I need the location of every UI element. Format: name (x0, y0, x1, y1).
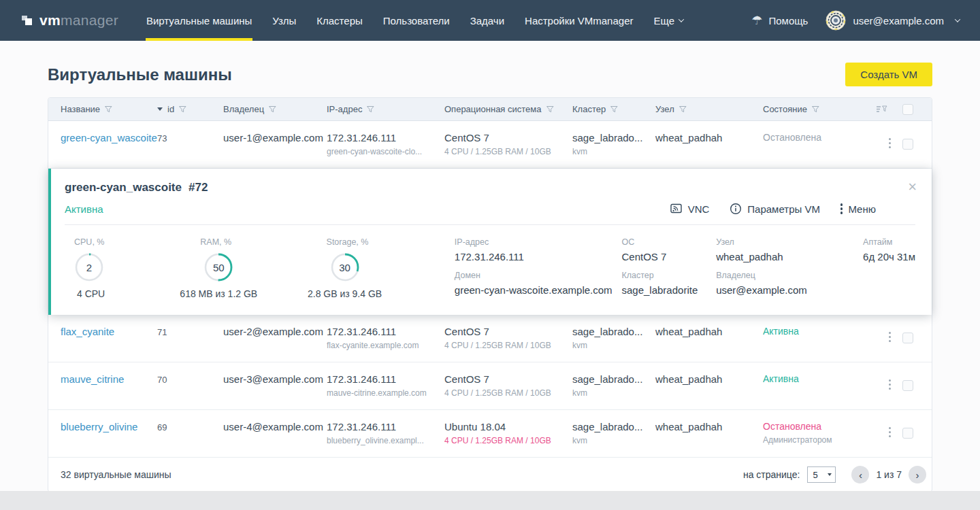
nav-virtual-machines[interactable]: Виртуальные машины (136, 0, 262, 41)
per-page-select[interactable]: 5 (807, 466, 836, 483)
vm-row-green-cyan-wascoite-73[interactable]: green-cyan_wascoite... 73 user-1@example… (48, 121, 932, 169)
column-header-owner[interactable]: Владелец (223, 104, 327, 114)
vmmanager-logo-icon (22, 15, 33, 26)
vnc-button[interactable]: VNC (670, 203, 710, 215)
nav-nodes[interactable]: Узлы (262, 0, 306, 41)
expanded-vm-number: #72 (189, 181, 208, 194)
page-indicator: 1 из 7 (876, 469, 902, 480)
nav-more-label: Еще (653, 15, 674, 27)
filter-funnel-icon[interactable] (679, 106, 687, 113)
info-icon (730, 203, 742, 215)
detail-uptime: Аптайм6д 20ч 31м (863, 237, 915, 304)
vm-cluster: sage_labrado... (572, 326, 655, 337)
vm-os: CentOS 7 (444, 132, 572, 143)
column-header-node[interactable]: Узел (655, 104, 763, 114)
filter-funnel-icon[interactable] (610, 106, 618, 113)
vm-specs: 4 CPU / 1.25GB RAM / 10GB (444, 341, 572, 350)
vm-parameters-button[interactable]: Параметры VM (730, 203, 820, 215)
nav-clusters[interactable]: Кластеры (306, 0, 373, 41)
vm-domain: mauve-citrine.example.com (327, 388, 444, 398)
nav-users[interactable]: Пользователи (373, 0, 460, 41)
row-menu-button[interactable] (877, 362, 902, 390)
cpu-gauge: CPU, % 2 4 CPU (65, 237, 191, 304)
ram-gauge: RAM, % 50 618 MB из 1.2 GB (191, 237, 316, 304)
vm-cluster-type: kvm (572, 436, 655, 445)
close-icon[interactable]: × (908, 180, 917, 194)
vm-menu-button[interactable]: Меню (840, 203, 876, 215)
topbar-right: ☂ Помощь user@example.com (751, 0, 980, 41)
vm-cluster: sage_labrado... (572, 373, 655, 385)
filter-funnel-icon[interactable] (812, 106, 819, 113)
row-checkbox[interactable] (902, 428, 913, 439)
vm-cluster-type: kvm (572, 388, 655, 398)
vm-name-link[interactable]: mauve_citrine (61, 373, 124, 385)
filter-funnel-icon[interactable] (105, 106, 112, 113)
filter-funnel-icon[interactable] (179, 106, 186, 113)
vm-os: CentOS 7 (444, 373, 572, 385)
filter-funnel-icon[interactable] (269, 106, 276, 113)
vm-name-link[interactable]: green-cyan_wascoite... (61, 132, 157, 143)
nav-more[interactable]: Еще (643, 0, 693, 41)
vm-specs-alert: 4 CPU / 1.25GB RAM / 10GB (444, 436, 572, 445)
vm-list-page: Виртуальные машины Создать VM Название i… (0, 41, 980, 492)
vm-cluster-type: kvm (572, 147, 655, 156)
help-label: Помощь (768, 15, 808, 27)
vm-name-link[interactable]: blueberry_olivine (61, 421, 137, 432)
vm-id: 73 (157, 121, 223, 143)
row-checkbox[interactable] (902, 380, 913, 391)
vm-node: wheat_padhah (655, 410, 763, 432)
table-filter-settings-icon[interactable] (877, 105, 902, 113)
vm-cluster: sage_labrado... (572, 421, 655, 432)
column-header-name[interactable]: Название (48, 104, 157, 114)
vm-row-flax-cyanite-71[interactable]: flax_cyanite 71 user-2@example.com 172.3… (48, 315, 932, 362)
column-header-ip[interactable]: IP-адрес (327, 104, 444, 114)
vm-table: Название id Владелец IP-адрес Операционн… (48, 97, 932, 492)
column-header-cluster[interactable]: Кластер (572, 104, 655, 114)
umbrella-icon: ☂ (751, 14, 762, 27)
per-page-label: на странице: (743, 469, 800, 480)
dropdown-arrow-icon (828, 473, 832, 476)
vm-status-note: Администратором (763, 435, 877, 445)
vm-expanded-card: × green-cyan_wascoite#72 Активна VNC (48, 169, 932, 315)
create-vm-button[interactable]: Создать VM (845, 63, 932, 86)
vm-owner: user-2@example.com (223, 315, 327, 337)
kebab-icon (840, 203, 843, 214)
prev-page-button[interactable]: ‹ (851, 466, 869, 483)
vm-id: 71 (157, 315, 223, 337)
select-all-checkbox[interactable] (902, 104, 913, 115)
user-menu[interactable]: user@example.com (826, 10, 960, 31)
vm-id: 70 (157, 362, 223, 385)
sort-desc-icon (157, 107, 163, 111)
row-checkbox[interactable] (902, 333, 913, 343)
detail-owner-value: user@example.com (716, 284, 863, 296)
row-checkbox[interactable] (902, 139, 913, 150)
main-nav: Виртуальные машины Узлы Кластеры Пользов… (136, 0, 693, 41)
row-menu-button[interactable] (877, 410, 902, 437)
vmmanager-logo[interactable]: vmmanager (0, 0, 136, 41)
column-header-status[interactable]: Состояние (763, 104, 877, 114)
nav-tasks[interactable]: Задачи (460, 0, 514, 41)
vm-name-link[interactable]: flax_cyanite (61, 326, 114, 337)
vm-row-mauve-citrine-70[interactable]: mauve_citrine 70 user-3@example.com 172.… (48, 362, 932, 410)
vm-cluster-type: kvm (572, 341, 655, 350)
vm-ip: 172.31.246.111 (327, 373, 444, 385)
row-menu-button[interactable] (877, 121, 902, 148)
nav-settings[interactable]: Настройки VMmanager (514, 0, 643, 41)
filter-funnel-icon[interactable] (367, 106, 374, 113)
help-button[interactable]: ☂ Помощь (751, 14, 808, 27)
user-email: user@example.com (853, 15, 944, 27)
column-header-id[interactable]: id (157, 104, 223, 114)
column-header-os[interactable]: Операционная система (444, 104, 572, 114)
filter-funnel-icon[interactable] (546, 106, 554, 113)
row-menu-button[interactable] (877, 315, 902, 342)
vm-specs: 4 CPU / 1.25GB RAM / 10GB (444, 147, 572, 156)
next-page-button[interactable]: › (909, 466, 926, 483)
detail-ip-domain: IP-адрес172.31.246.111 Доменgreen-cyan-w… (455, 237, 622, 304)
expanded-vm-title: green-cyan_wascoite#72 (65, 181, 915, 194)
vm-row-blueberry-olivine-69[interactable]: blueberry_olivine 69 user-4@example.com … (48, 410, 932, 458)
vmmanager-app: vmmanager Виртуальные машины Узлы Класте… (0, 0, 980, 491)
vm-count-summary: 32 виртуальные машины (61, 469, 172, 480)
vnc-icon (670, 203, 683, 214)
detail-uptime-value: 6д 20ч 31м (863, 251, 915, 262)
vm-status: Остановлена (763, 421, 877, 432)
